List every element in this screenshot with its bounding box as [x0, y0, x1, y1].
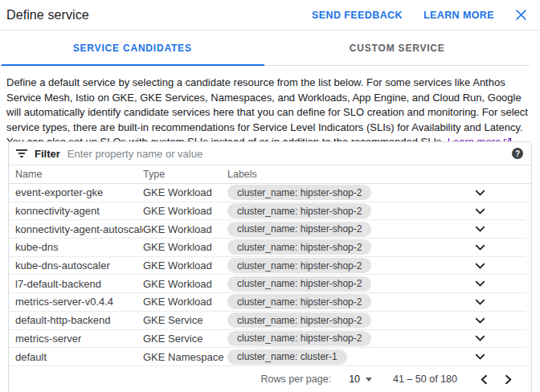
- filter-label: Filter: [35, 148, 60, 160]
- close-icon: [515, 9, 527, 21]
- row-name: default-http-backend: [15, 314, 143, 326]
- filter-input[interactable]: [68, 148, 505, 160]
- row-name: kube-dns: [15, 241, 143, 253]
- expand-row-button[interactable]: [473, 316, 487, 325]
- label-chip: cluster_name: hipster-shop-2: [227, 276, 371, 292]
- table-body: event-exporter-gke GKE Workload cluster_…: [9, 184, 531, 366]
- row-name: metrics-server: [15, 333, 143, 345]
- column-header-labels[interactable]: Labels: [227, 169, 468, 180]
- row-labels: cluster_name: hipster-shop-2: [227, 185, 462, 200]
- chevron-down-icon: [475, 335, 485, 341]
- dropdown-arrow-icon: [366, 378, 372, 382]
- row-type: GKE Service: [143, 333, 227, 345]
- table-row[interactable]: metrics-server GKE Service cluster_name:…: [9, 330, 526, 349]
- label-chip: cluster_name: hipster-shop-2: [227, 312, 371, 328]
- expand-row-button[interactable]: [473, 352, 487, 361]
- row-labels: cluster_name: hipster-shop-2: [227, 258, 462, 273]
- page-title: Define service: [6, 8, 89, 22]
- expand-row-button[interactable]: [473, 333, 487, 343]
- tab-service-candidates[interactable]: SERVICE CANDIDATES: [0, 31, 265, 65]
- table-row[interactable]: l7-default-backend GKE Workload cluster_…: [9, 275, 526, 293]
- chevron-down-icon: [475, 263, 485, 269]
- expand-row-button[interactable]: [473, 297, 487, 307]
- label-chip: cluster_name: hipster-shop-2: [227, 203, 371, 218]
- row-name: metrics-server-v0.4.4: [15, 296, 143, 308]
- chevron-down-icon: [475, 280, 485, 287]
- chevron-down-icon: [475, 317, 485, 324]
- send-feedback-button[interactable]: SEND FEEDBACK: [312, 10, 403, 21]
- expand-row-button[interactable]: [473, 279, 487, 288]
- expand-row-button[interactable]: [473, 243, 487, 252]
- close-button[interactable]: [515, 9, 527, 21]
- row-name: event-exporter-gke: [15, 186, 143, 198]
- chevron-down-icon: [475, 208, 485, 214]
- chevron-down-icon: [475, 299, 485, 305]
- label-chip: cluster_name: hipster-shop-2: [227, 331, 371, 346]
- previous-page-button[interactable]: [478, 372, 490, 387]
- row-labels: cluster_name: hipster-shop-2: [227, 239, 462, 255]
- rows-per-page-value: 10: [349, 374, 360, 385]
- row-type: GKE Workload: [143, 186, 227, 198]
- label-chip: cluster_name: cluster-1: [227, 349, 347, 365]
- pagination-bar: Rows per page: 10 41 – 50 of 180: [9, 366, 531, 392]
- chevron-down-icon: [475, 226, 485, 232]
- expand-row-button[interactable]: [473, 224, 487, 234]
- row-name: konnectivity-agent: [15, 205, 143, 217]
- expand-row-button[interactable]: [473, 261, 487, 271]
- label-chip: cluster_name: hipster-shop-2: [227, 294, 371, 309]
- row-name: l7-default-backend: [15, 278, 143, 290]
- chevron-down-icon: [475, 190, 485, 196]
- table-row[interactable]: konnectivity-agent GKE Workload cluster_…: [9, 202, 526, 221]
- table-row[interactable]: kube-dns-autoscaler GKE Workload cluster…: [9, 257, 526, 276]
- row-name: konnectivity-agent-autoscaler: [15, 223, 143, 235]
- description-text: Define a default service by selecting a …: [6, 76, 534, 150]
- row-type: GKE Workload: [143, 205, 227, 217]
- row-type: GKE Namespace: [143, 351, 227, 363]
- row-labels: cluster_name: hipster-shop-2: [227, 222, 462, 237]
- label-chip: cluster_name: hipster-shop-2: [227, 258, 371, 273]
- table-row[interactable]: konnectivity-agent-autoscaler GKE Worklo…: [9, 220, 526, 239]
- table-row[interactable]: metrics-server-v0.4.4 GKE Workload clust…: [9, 293, 526, 312]
- column-header-type[interactable]: Type: [143, 169, 227, 180]
- pagination-range: 41 – 50 of 180: [393, 374, 457, 385]
- row-labels: cluster_name: hipster-shop-2: [227, 312, 462, 328]
- next-page-button[interactable]: [502, 372, 514, 387]
- label-chip: cluster_name: hipster-shop-2: [227, 185, 371, 200]
- row-type: GKE Workload: [143, 296, 227, 308]
- label-chip: cluster_name: hipster-shop-2: [227, 239, 371, 255]
- chevron-left-icon: [481, 374, 488, 385]
- dialog-header: Define service SEND FEEDBACK LEARN MORE: [0, 0, 540, 31]
- filter-bar: Filter ?: [9, 142, 531, 165]
- row-name: kube-dns-autoscaler: [15, 259, 143, 272]
- row-type: GKE Workload: [143, 278, 227, 290]
- row-labels: cluster_name: hipster-shop-2: [227, 294, 462, 309]
- row-labels: cluster_name: hipster-shop-2: [227, 276, 462, 292]
- row-type: GKE Workload: [143, 241, 227, 253]
- help-icon[interactable]: ?: [512, 148, 523, 159]
- header-actions: SEND FEEDBACK LEARN MORE: [312, 9, 527, 21]
- chevron-down-icon: [475, 353, 485, 360]
- expand-row-button[interactable]: [473, 206, 487, 216]
- row-labels: cluster_name: cluster-1: [227, 349, 462, 365]
- row-name: default: [15, 351, 143, 363]
- table-header-row: Name Type Labels: [9, 165, 531, 184]
- row-labels: cluster_name: hipster-shop-2: [227, 331, 462, 346]
- tab-custom-service[interactable]: CUSTOM SERVICE: [265, 31, 530, 65]
- column-header-name[interactable]: Name: [15, 169, 143, 180]
- row-type: GKE Service: [143, 314, 227, 326]
- rows-per-page-label: Rows per page:: [261, 374, 332, 385]
- rows-per-page-select[interactable]: 10: [349, 374, 372, 385]
- table-row[interactable]: default GKE Namespace cluster_name: clus…: [9, 348, 526, 366]
- learn-more-button[interactable]: LEARN MORE: [423, 10, 494, 21]
- chevron-down-icon: [475, 244, 485, 251]
- table-row[interactable]: event-exporter-gke GKE Workload cluster_…: [9, 184, 526, 202]
- row-type: GKE Workload: [143, 259, 227, 272]
- label-chip: cluster_name: hipster-shop-2: [227, 222, 371, 237]
- table-row[interactable]: kube-dns GKE Workload cluster_name: hips…: [9, 239, 526, 257]
- row-type: GKE Workload: [143, 223, 227, 235]
- filter-list-icon: [16, 149, 27, 158]
- row-labels: cluster_name: hipster-shop-2: [227, 203, 462, 218]
- tab-bar: SERVICE CANDIDATES CUSTOM SERVICE: [0, 31, 530, 66]
- expand-row-button[interactable]: [473, 188, 487, 198]
- table-row[interactable]: default-http-backend GKE Service cluster…: [9, 312, 526, 330]
